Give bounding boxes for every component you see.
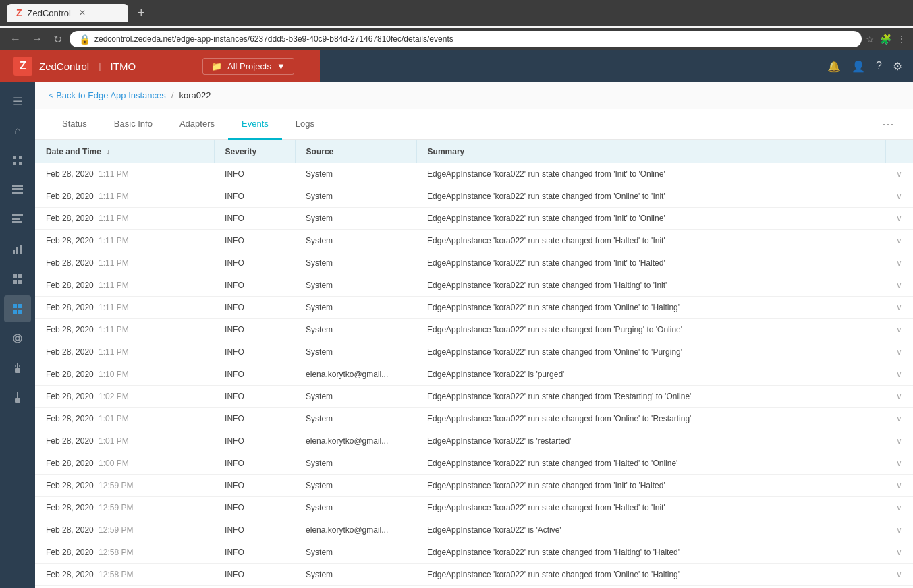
sidebar-item-settings2[interactable] [4, 325, 31, 352]
address-bar[interactable]: 🔒 zedcontrol.zededa.net/edge-app-instanc… [70, 31, 862, 47]
notification-icon[interactable]: 🔔 [827, 60, 841, 73]
cell-expand[interactable]: ∨ [885, 408, 913, 430]
cell-expand[interactable]: ∨ [885, 230, 913, 252]
cell-summary: EdgeAppInstance 'kora022' run state chan… [416, 297, 885, 319]
cell-expand[interactable]: ∨ [885, 475, 913, 497]
cell-source: System [295, 208, 416, 230]
col-header-expand [885, 140, 913, 163]
new-tab-button[interactable]: + [134, 5, 149, 22]
sidebar-item-plug2[interactable] [4, 384, 31, 411]
header-actions: 🔔 👤 ? ⚙ [827, 60, 913, 73]
cell-datetime: Feb 28, 2020 1:11 PM [35, 230, 214, 252]
cell-expand[interactable]: ∨ [885, 452, 913, 475]
cell-source: System [295, 386, 416, 408]
svg-rect-28 [15, 398, 20, 403]
table-row[interactable]: Feb 28, 2020 1:11 PM INFO System EdgeApp… [35, 208, 913, 230]
project-selector[interactable]: 📁 All Projects ▼ [202, 58, 294, 75]
table-row[interactable]: Feb 28, 2020 12:59 PM INFO System EdgeAp… [35, 497, 913, 519]
table-row[interactable]: Feb 28, 2020 12:58 PM INFO elena.korytko… [35, 586, 913, 589]
time-text: 1:11 PM [99, 347, 129, 357]
more-options-button[interactable]: ⋯ [877, 111, 900, 137]
table-row[interactable]: Feb 28, 2020 12:59 PM INFO System EdgeAp… [35, 475, 913, 497]
url-text: zedcontrol.zededa.net/edge-app-instances… [94, 34, 852, 44]
svg-rect-7 [12, 214, 23, 216]
cell-expand[interactable]: ∨ [885, 297, 913, 319]
cell-expand[interactable]: ∨ [885, 519, 913, 541]
extension-icon[interactable]: 🧩 [880, 34, 891, 45]
table-row[interactable]: Feb 28, 2020 1:11 PM INFO System EdgeApp… [35, 341, 913, 363]
cell-expand[interactable]: ∨ [885, 430, 913, 452]
date-text: Feb 28, 2020 [46, 481, 94, 490]
sidebar-item-marketplace[interactable] [4, 266, 31, 293]
svg-rect-18 [18, 304, 22, 308]
forward-button[interactable]: → [28, 32, 46, 47]
sidebar-item-apps[interactable] [4, 177, 31, 204]
table-row[interactable]: Feb 28, 2020 12:58 PM INFO System EdgeAp… [35, 541, 913, 564]
table-row[interactable]: Feb 28, 2020 1:02 PM INFO System EdgeApp… [35, 386, 913, 408]
cell-source: System [295, 252, 416, 274]
browser-tab[interactable]: Z ZedControl ✕ [7, 4, 128, 22]
cell-expand[interactable]: ∨ [885, 564, 913, 586]
cell-expand[interactable]: ∨ [885, 363, 913, 386]
table-row[interactable]: Feb 28, 2020 1:11 PM INFO System EdgeApp… [35, 252, 913, 274]
date-text: Feb 28, 2020 [46, 459, 94, 468]
col-header-datetime[interactable]: Date and Time ↓ [35, 140, 214, 163]
table-row[interactable]: Feb 28, 2020 1:11 PM INFO System EdgeApp… [35, 230, 913, 252]
cell-expand[interactable]: ∨ [885, 163, 913, 185]
table-row[interactable]: Feb 28, 2020 1:11 PM INFO System EdgeApp… [35, 319, 913, 341]
cell-expand[interactable]: ∨ [885, 208, 913, 230]
cell-source: System [295, 408, 416, 430]
table-row[interactable]: Feb 28, 2020 12:59 PM INFO elena.korytko… [35, 519, 913, 541]
table-row[interactable]: Feb 28, 2020 1:01 PM INFO elena.korytko@… [35, 430, 913, 452]
cell-source: System [295, 230, 416, 252]
tab-status[interactable]: Status [49, 109, 101, 140]
time-text: 12:58 PM [99, 570, 133, 579]
cell-expand[interactable]: ∨ [885, 386, 913, 408]
refresh-button[interactable]: ↻ [50, 32, 65, 47]
svg-rect-17 [13, 304, 17, 308]
cell-expand[interactable]: ∨ [885, 185, 913, 208]
sidebar-item-instances[interactable] [4, 295, 31, 322]
tab-events[interactable]: Events [228, 109, 282, 140]
table-row[interactable]: Feb 28, 2020 1:11 PM INFO System EdgeApp… [35, 185, 913, 208]
table-row[interactable]: Feb 28, 2020 1:11 PM INFO System EdgeApp… [35, 274, 913, 297]
cell-expand[interactable]: ∨ [885, 252, 913, 274]
settings-icon[interactable]: ⚙ [893, 60, 902, 73]
cell-source: System [295, 297, 416, 319]
tab-title: ZedControl [28, 8, 71, 18]
cell-expand[interactable]: ∨ [885, 586, 913, 589]
cell-expand[interactable]: ∨ [885, 341, 913, 363]
tab-adapters[interactable]: Adapters [166, 109, 228, 140]
cell-expand[interactable]: ∨ [885, 541, 913, 564]
cell-source: elena.korytko@gmail... [295, 586, 416, 589]
sidebar-item-reports[interactable] [4, 236, 31, 263]
tab-logs[interactable]: Logs [282, 109, 328, 140]
back-to-instances-link[interactable]: < Back to Edge App Instances [49, 90, 166, 100]
menu-icon[interactable]: ⋮ [897, 34, 906, 45]
cell-expand[interactable]: ∨ [885, 274, 913, 297]
sidebar-item-plug[interactable] [4, 355, 31, 382]
table-row[interactable]: Feb 28, 2020 12:58 PM INFO System EdgeAp… [35, 564, 913, 586]
cell-expand[interactable]: ∨ [885, 319, 913, 341]
cell-severity: INFO [214, 319, 295, 341]
user-icon[interactable]: 👤 [852, 60, 865, 73]
back-button[interactable]: ← [7, 32, 24, 47]
sidebar-item-home[interactable]: ⌂ [4, 117, 31, 144]
bookmark-icon[interactable]: ☆ [866, 34, 875, 45]
table-row[interactable]: Feb 28, 2020 1:11 PM INFO System EdgeApp… [35, 163, 913, 185]
cell-source: System [295, 163, 416, 185]
close-tab-button[interactable]: ✕ [79, 8, 86, 18]
table-row[interactable]: Feb 28, 2020 1:11 PM INFO System EdgeApp… [35, 297, 913, 319]
help-icon[interactable]: ? [876, 60, 882, 72]
sidebar-item-devices[interactable] [4, 206, 31, 233]
svg-rect-0 [13, 156, 16, 159]
cell-expand[interactable]: ∨ [885, 497, 913, 519]
table-row[interactable]: Feb 28, 2020 1:00 PM INFO System EdgeApp… [35, 452, 913, 475]
sidebar-item-menu[interactable]: ☰ [4, 88, 31, 115]
cell-severity: INFO [214, 363, 295, 386]
table-row[interactable]: Feb 28, 2020 1:01 PM INFO System EdgeApp… [35, 408, 913, 430]
time-text: 12:58 PM [99, 548, 133, 557]
tab-basic-info[interactable]: Basic Info [101, 109, 166, 140]
sidebar-item-network[interactable] [4, 147, 31, 174]
table-row[interactable]: Feb 28, 2020 1:10 PM INFO elena.korytko@… [35, 363, 913, 386]
